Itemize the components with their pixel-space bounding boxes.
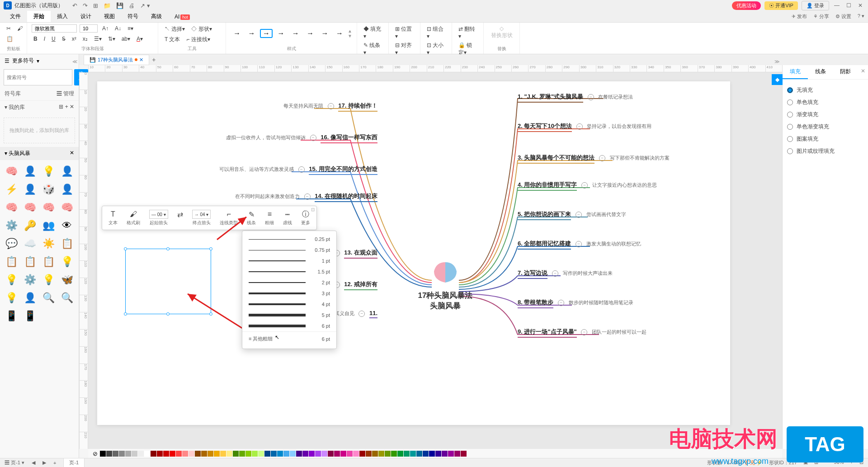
symbol-search-input[interactable] (4, 69, 72, 85)
shape-item[interactable]: 📋 (22, 254, 38, 269)
align-icon[interactable]: ≡▾ (126, 24, 135, 33)
more-symbols-header[interactable]: ☰ 更多符号 ▾ (0, 54, 79, 67)
shape-item[interactable]: 💡 (4, 272, 19, 288)
ft-swap-arrow[interactable]: ⇄ (173, 208, 188, 228)
page-selector[interactable]: ☰ 页-1 ▾ (5, 459, 24, 466)
publish-button[interactable]: ✈ 发布 (792, 13, 807, 20)
color-swatch[interactable] (277, 451, 283, 457)
menu-start[interactable]: 开始 (27, 11, 51, 22)
fill-tool-icon[interactable]: ◆ (772, 74, 783, 85)
shape-item[interactable]: 💡 (41, 272, 56, 288)
position-dropdown[interactable]: ⊞ 位置▾ (393, 24, 415, 41)
arrow-style-6[interactable]: → (304, 29, 316, 38)
login-button[interactable]: 👤 登录 (802, 1, 829, 10)
copy-icon[interactable]: 📋 (5, 35, 15, 43)
shape-item[interactable]: 👤 (22, 182, 38, 197)
underline-icon[interactable]: U (50, 35, 57, 43)
shape-item[interactable]: 📱 (4, 308, 19, 324)
bold-icon[interactable]: B (32, 35, 39, 43)
shape-item[interactable]: 🔑 (22, 218, 38, 233)
select-tool[interactable]: ↖ 选择▾ (163, 24, 187, 34)
color-swatch[interactable] (334, 451, 340, 457)
new-icon[interactable]: ⊞ (93, 2, 98, 9)
prev-page-icon[interactable]: ◀ (32, 460, 35, 466)
rp-close-icon[interactable]: ✕ (858, 65, 868, 79)
shape-item[interactable]: 🧠 (4, 200, 19, 215)
canvas[interactable]: 17种头脑风暴法 头脑风暴 每天坚持风雨无阻 − 17. 持续创作！虚拟一位收件… (88, 72, 782, 449)
color-swatch[interactable] (290, 451, 296, 457)
drop-zone[interactable]: 拖拽到此处，添加到我的库 (4, 118, 75, 143)
color-swatch[interactable] (144, 451, 150, 457)
no-color-icon[interactable]: ⊘ (93, 450, 98, 457)
shape-item[interactable]: 🧠 (59, 200, 75, 215)
export-icon[interactable]: ↗ ▾ (140, 2, 150, 9)
italic-icon[interactable]: I (42, 35, 47, 43)
stroke-option[interactable]: 0.25 pt (242, 234, 336, 245)
color-swatch[interactable] (296, 451, 302, 457)
font-family-select[interactable] (32, 24, 77, 33)
fill-option[interactable]: 单色填充 (787, 96, 863, 108)
help-icon[interactable]: ? ▾ (858, 13, 864, 20)
left-branch[interactable]: 在不同时间起床来激发创造力 − 14. 在很随机的时间起床 (183, 192, 377, 202)
color-swatch[interactable] (100, 451, 106, 457)
color-swatch[interactable] (245, 451, 251, 457)
shape-item[interactable]: 👤 (59, 164, 75, 179)
cut-icon[interactable]: ✂ (5, 24, 13, 33)
color-swatch[interactable] (195, 451, 201, 457)
color-swatch[interactable] (328, 451, 334, 457)
shape-item[interactable]: ☀️ (41, 236, 56, 251)
menu-ai[interactable]: AIhot (168, 12, 196, 22)
undo-icon[interactable]: ↶ (72, 2, 77, 9)
color-swatch[interactable] (283, 451, 289, 457)
color-swatch[interactable] (372, 451, 378, 457)
color-swatch[interactable] (448, 451, 454, 457)
shape-item[interactable]: 📱 (22, 308, 38, 324)
arrow-style-7[interactable]: → (318, 29, 331, 38)
color-swatch[interactable] (226, 451, 232, 457)
page-tab[interactable]: 页-1 (63, 458, 85, 467)
print-icon[interactable]: 🖨 (129, 2, 135, 9)
color-swatch[interactable] (347, 451, 353, 457)
stroke-other[interactable]: ≡ 其他粗细 6 pt (242, 331, 336, 346)
connector-tool[interactable]: ⌐ 连接线▾ (184, 35, 212, 44)
right-branch[interactable]: 9. 进行一场"点子风暴" − 团队一起的时候可以一起 (518, 328, 721, 338)
my-lib-actions[interactable]: ⊞ + ✕ (59, 104, 74, 111)
right-branch[interactable]: 3. 头脑风暴每个不可能的想法 − 写下那些不肯能解决的方案 (518, 154, 721, 164)
decrease-font-icon[interactable]: A↓ (113, 24, 123, 33)
stroke-option[interactable]: 3 pt (242, 288, 336, 299)
color-swatch[interactable] (176, 451, 182, 457)
expand-right-icon[interactable]: ≫ (774, 59, 780, 65)
shape-item[interactable]: 🧠 (4, 164, 19, 179)
stroke-option[interactable]: 1 pt (242, 255, 336, 266)
shape-item[interactable]: 👥 (41, 218, 56, 233)
stroke-option[interactable]: 5 pt (242, 310, 336, 321)
arrow-style-2[interactable]: → (245, 29, 258, 38)
shape-item[interactable]: 👤 (22, 164, 38, 179)
ft-dash[interactable]: ┅虚线 (278, 208, 297, 228)
ft-end-arrow[interactable]: → 04 ▾终点箭头 (188, 208, 216, 228)
stroke-option[interactable]: 2 pt (242, 277, 336, 288)
menu-insert[interactable]: 插入 (51, 11, 74, 22)
color-swatch[interactable] (397, 451, 403, 457)
text-tool[interactable]: T 文本 (163, 35, 182, 44)
shape-item[interactable]: 📋 (41, 254, 56, 269)
shape-item[interactable]: 🧠 (22, 200, 38, 215)
color-swatch[interactable] (239, 451, 245, 457)
rp-tab-shadow[interactable]: 阴影 (833, 65, 858, 79)
right-branch[interactable]: 6. 全部都用记忆搭建 − 激发大脑生动的联想记忆 (518, 240, 721, 250)
color-swatch[interactable] (208, 451, 213, 457)
document-tab[interactable]: 💾 17种头脑风暴法 ✕ (84, 55, 149, 65)
manage-button[interactable]: ☰ 管理 (57, 90, 74, 98)
arrow-style-4[interactable]: → (274, 29, 287, 38)
stroke-option[interactable]: 4 pt (242, 299, 336, 310)
close-icon[interactable]: ✕ (856, 2, 864, 9)
color-swatch[interactable] (442, 451, 448, 457)
color-swatch[interactable] (391, 451, 397, 457)
open-icon[interactable]: 📁 (104, 2, 111, 9)
color-swatch[interactable] (138, 451, 144, 457)
save-icon[interactable]: 💾 (116, 2, 123, 9)
format-painter-icon[interactable]: 🖌 (15, 24, 24, 33)
menu-advanced[interactable]: 高级 (145, 11, 168, 22)
promo-button[interactable]: 优惠活动 (732, 1, 761, 10)
shape-item[interactable]: 📋 (59, 236, 75, 251)
